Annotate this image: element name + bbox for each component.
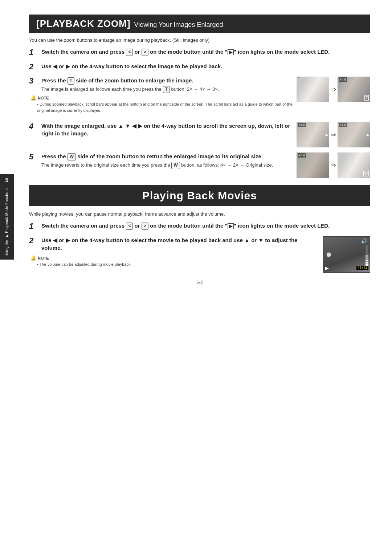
step-2-content: Use ◀ or ▶ on the 4-way button to select… [41,62,370,72]
movies-header: Playing Back Movies [29,185,370,206]
arrow-2: ⇒ [331,131,336,139]
step5-img-1: X4.0 [297,152,329,178]
note-icon-1: 🔔 [30,95,36,101]
movies-step-2-content: Use ◀ or ▶ on the 4-way button to select… [41,236,317,253]
step-4-number: 4 [29,122,39,131]
vol-seg-5 [366,255,368,257]
step-1-content: Switch the camera on and press < or > on… [41,48,370,57]
btn-T-icon: T [68,77,74,85]
play-icon: ⏺ [326,251,332,258]
step-3-sub: The image is enlarged as follows each ti… [41,86,297,93]
movies-step-2-main: Use ◀ or ▶ on the 4-way button to select… [41,236,317,252]
playback-bottom: ▶ 01:34 [325,265,368,271]
movies-step-1-main: Switch the camera on and press < or > on… [41,222,370,230]
step-4-images: X4.0 ▶ ⇒ X4.0 ▶ [297,122,370,147]
movies-step-2-number: 2 [29,236,39,245]
step-1-number: 1 [29,48,39,57]
movies-step-2: 2 Use ◀ or ▶ on the 4-way button to sele… [29,236,370,273]
step-3-number: 3 [29,77,39,85]
step-4: 4 With the image enlarged, use ▲ ▼ ◀ ▶ o… [29,122,370,147]
step-2: 2 Use ◀ or ▶ on the 4-way button to sele… [29,62,370,72]
side-tab-number: 5 [5,177,9,184]
step-5-content: Press the W side of the zoom button to r… [41,152,297,169]
movies-title: Playing Back Movies [142,190,257,201]
step-4-left: 4 With the image enlarged, use ▲ ▼ ◀ ▶ o… [29,122,297,140]
page-container: 5 Using the ▶ Playback Mode Functions [P… [0,0,392,554]
step3-img-2: X4.0 T [338,77,370,102]
note-1-title: 🔔 NOTE [30,95,297,101]
step-2-main: Use ◀ or ▶ on the 4-way button to select… [41,62,370,70]
step-5-images: X4.0 ⇒ W [297,152,370,178]
step3-img2-label: X4.0 [339,77,347,82]
volume-bar [366,245,368,266]
section2-intro: While playing movies, you can pause norm… [29,211,370,217]
step-4-main: With the image enlarged, use ▲ ▼ ◀ ▶ on … [41,122,297,137]
note-1: 🔔 NOTE • During zoomed playback, scroll … [29,95,297,113]
play-icon-area: ⏺ [326,251,332,258]
vol-seg-2 [366,262,368,264]
btn-T-icon2: T [163,86,170,93]
step-4-content: With the image enlarged, use ▲ ▼ ◀ ▶ on … [41,122,297,139]
playback-zoom-big-title: [PLAYBACK ZOOM] [36,18,131,29]
btn-right-icon-2: > [142,223,148,230]
movies-step-1: 1 Switch the camera on and press < or > … [29,222,370,231]
note-1-text: • During zoomed playback, scroll bars ap… [30,101,297,113]
note-icon-2: 🔔 [30,255,36,261]
step-1: 1 Switch the camera on and press < or > … [29,48,370,57]
note-2-text: • The volume can be adjusted during movi… [30,261,317,268]
step3-img2-btn: T [364,95,369,101]
step-3-main: Press the T side of the zoom button to e… [41,77,297,85]
timer-display: 01:34 [356,266,368,270]
step-4-row: 4 With the image enlarged, use ▲ ▼ ◀ ▶ o… [29,122,297,139]
movies-step-2-left: 2 Use ◀ or ▶ on the 4-way button to sele… [29,236,317,271]
vol-seg-3 [366,260,368,261]
step-3-left: 3 Press the T side of the zoom button to… [29,77,297,117]
note-2: 🔔 NOTE • The volume can be adjusted duri… [29,255,317,268]
volume-icon: 🔊 [361,238,367,244]
step-3-content: Press the T side of the zoom button to e… [41,77,297,93]
playback-screen-inner: 🔊 ⏺ ▶ [323,237,370,272]
arrow-3: ⇒ [331,161,336,169]
step-5-number: 5 [29,152,39,161]
step-3-row: 3 Press the T side of the zoom button to… [29,77,297,93]
step-5-sub: The image reverts to the original size e… [41,162,297,169]
step5-img2-btn: W [363,171,369,176]
side-tab: 5 Using the ▶ Playback Mode Functions [0,174,14,260]
step3-img-1 [297,77,329,102]
btn-left-icon: < [126,49,133,56]
step-5-main: Press the W side of the zoom button to r… [41,152,297,160]
movies-step-2-row: 2 Use ◀ or ▶ on the 4-way button to sele… [29,236,317,253]
playback-screen: 🔊 ⏺ ▶ [323,236,370,273]
step4-arrow-icon2: ▶ [367,133,369,137]
playback-screen-container: 🔊 ⏺ ▶ [323,236,370,273]
section1-intro: You can use the zoom buttons to enlarge … [29,37,370,43]
step4-arrow-icon: ▶ [326,133,328,137]
step4-img2-label: X4.0 [339,123,347,127]
note-2-label: NOTE [38,256,49,260]
volume-icon-area: 🔊 [361,238,367,244]
step4-img-1: X4.0 ▶ [297,122,329,147]
btn-left-icon-2: < [126,223,133,230]
note-1-label: NOTE [38,96,49,100]
step4-img-2: X4.0 ▶ [338,122,370,147]
note-2-title: 🔔 NOTE [30,255,317,261]
btn-W-icon2: W [171,162,180,169]
step-3: 3 Press the T side of the zoom button to… [29,77,370,117]
step4-img1-label: X4.0 [298,123,306,127]
playback-zoom-header: [PLAYBACK ZOOM] Viewing Your Images Enla… [29,15,370,33]
step-5-row: 5 Press the W side of the zoom button to… [29,152,297,169]
btn-W-icon: W [68,153,76,160]
movies-step-1-content: Switch the camera on and press < or > on… [41,222,370,231]
step-5-left: 5 Press the W side of the zoom button to… [29,152,297,170]
step-5: 5 Press the W side of the zoom button to… [29,152,370,178]
btn-right-icon: > [142,49,148,56]
step-1-main: Switch the camera on and press < or > on… [41,48,370,56]
side-tab-text: Using the ▶ Playback Mode Functions [4,187,9,257]
movies-step-1-number: 1 [29,222,39,231]
step5-img-2: W [338,152,370,178]
step-3-images: ⇒ X4.0 T [297,77,370,102]
step5-img1-label: X4.0 [298,153,306,158]
vol-seg-4 [366,257,368,259]
play-btn: ▶ [325,265,329,271]
arrow-1: ⇒ [331,85,336,93]
